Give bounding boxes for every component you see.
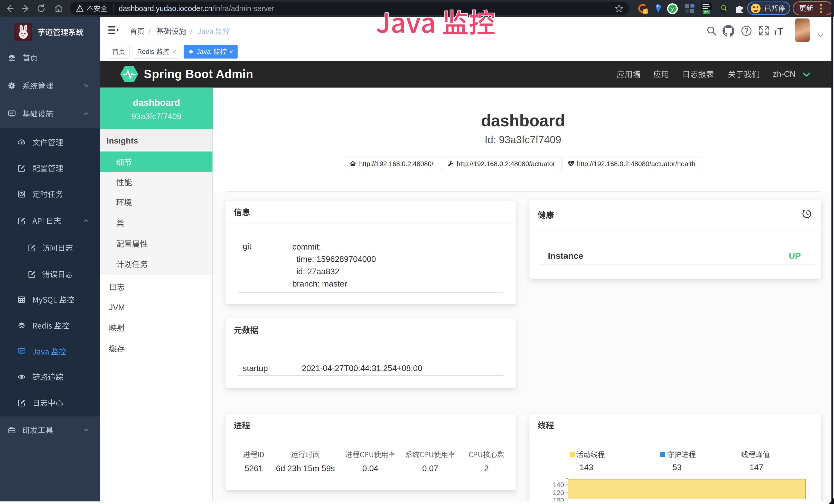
svg-text:y: y [671,6,674,12]
svg-text:1: 1 [644,9,646,14]
svg-text:on: on [704,10,708,14]
